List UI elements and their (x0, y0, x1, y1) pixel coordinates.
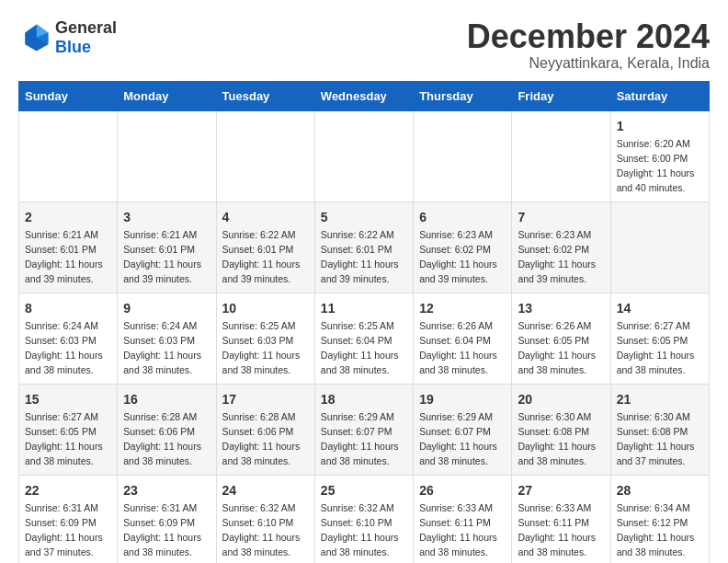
logo-icon (18, 21, 51, 54)
day-number: 13 (518, 299, 604, 317)
daylight-info: Daylight: 11 hours and 39 minutes. (123, 259, 201, 284)
header-row: SundayMondayTuesdayWednesdayThursdayFrid… (19, 81, 710, 110)
daylight-info: Daylight: 11 hours and 37 minutes. (25, 532, 103, 557)
month-title: December 2024 (467, 18, 710, 55)
calendar-cell: 2 Sunrise: 6:21 AM Sunset: 6:01 PM Dayli… (19, 201, 118, 293)
daylight-info: Daylight: 11 hours and 39 minutes. (518, 259, 596, 284)
day-number: 7 (518, 208, 604, 226)
calendar-body: 1 Sunrise: 6:20 AM Sunset: 6:00 PM Dayli… (19, 110, 710, 563)
logo: General Blue (18, 18, 117, 57)
sunrise-info: Sunrise: 6:27 AM (617, 320, 690, 331)
sunset-info: Sunset: 6:12 PM (617, 517, 688, 528)
sunset-info: Sunset: 6:08 PM (617, 426, 688, 437)
calendar-week-row: 8 Sunrise: 6:24 AM Sunset: 6:03 PM Dayli… (19, 293, 710, 384)
sunrise-info: Sunrise: 6:32 AM (321, 502, 394, 513)
day-number: 9 (123, 299, 210, 317)
day-number: 8 (25, 299, 111, 317)
calendar-week-row: 1 Sunrise: 6:20 AM Sunset: 6:00 PM Dayli… (19, 110, 710, 201)
daylight-info: Daylight: 11 hours and 38 minutes. (518, 532, 596, 557)
calendar-cell (19, 110, 118, 201)
header-day-tuesday: Tuesday (216, 81, 314, 110)
calendar-cell: 3 Sunrise: 6:21 AM Sunset: 6:01 PM Dayli… (118, 201, 216, 293)
page-header: General Blue December 2024 Neyyattinkara… (18, 18, 710, 72)
daylight-info: Daylight: 11 hours and 38 minutes. (25, 350, 103, 375)
daylight-info: Daylight: 11 hours and 38 minutes. (419, 350, 497, 375)
calendar-cell: 10 Sunrise: 6:25 AM Sunset: 6:03 PM Dayl… (216, 293, 314, 384)
calendar-cell: 11 Sunrise: 6:25 AM Sunset: 6:04 PM Dayl… (314, 293, 413, 384)
day-number: 19 (419, 390, 506, 408)
sunset-info: Sunset: 6:03 PM (222, 335, 294, 346)
calendar-cell: 24 Sunrise: 6:32 AM Sunset: 6:10 PM Dayl… (216, 475, 314, 563)
day-number: 26 (419, 481, 506, 500)
title-block: December 2024 Neyyattinkara, Kerala, Ind… (467, 18, 710, 72)
daylight-info: Daylight: 11 hours and 38 minutes. (123, 350, 201, 375)
sunset-info: Sunset: 6:06 PM (222, 426, 294, 437)
sunset-info: Sunset: 6:02 PM (518, 244, 589, 255)
day-number: 16 (123, 390, 210, 408)
sunset-info: Sunset: 6:01 PM (222, 244, 294, 255)
day-number: 2 (25, 208, 111, 226)
daylight-info: Daylight: 11 hours and 39 minutes. (25, 259, 103, 284)
calendar-cell: 22 Sunrise: 6:31 AM Sunset: 6:09 PM Dayl… (19, 475, 118, 563)
daylight-info: Daylight: 11 hours and 40 minutes. (617, 167, 695, 193)
calendar-table: SundayMondayTuesdayWednesdayThursdayFrid… (18, 81, 710, 563)
sunset-info: Sunset: 6:07 PM (419, 426, 491, 437)
calendar-cell: 8 Sunrise: 6:24 AM Sunset: 6:03 PM Dayli… (19, 293, 118, 384)
calendar-week-row: 15 Sunrise: 6:27 AM Sunset: 6:05 PM Dayl… (19, 384, 710, 475)
sunset-info: Sunset: 6:05 PM (518, 335, 589, 346)
header-day-friday: Friday (512, 81, 610, 110)
daylight-info: Daylight: 11 hours and 39 minutes. (222, 259, 301, 284)
sunrise-info: Sunrise: 6:31 AM (25, 502, 98, 513)
daylight-info: Daylight: 11 hours and 38 minutes. (518, 350, 596, 375)
calendar-cell: 15 Sunrise: 6:27 AM Sunset: 6:05 PM Dayl… (19, 384, 118, 475)
day-number: 21 (617, 390, 703, 408)
daylight-info: Daylight: 11 hours and 38 minutes. (617, 532, 695, 557)
daylight-info: Daylight: 11 hours and 38 minutes. (25, 441, 103, 466)
daylight-info: Daylight: 11 hours and 38 minutes. (222, 532, 301, 557)
daylight-info: Daylight: 11 hours and 38 minutes. (321, 441, 399, 466)
daylight-info: Daylight: 11 hours and 38 minutes. (222, 350, 301, 375)
daylight-info: Daylight: 11 hours and 38 minutes. (123, 441, 201, 466)
calendar-cell: 6 Sunrise: 6:23 AM Sunset: 6:02 PM Dayli… (414, 201, 512, 293)
day-number: 23 (123, 481, 210, 500)
sunrise-info: Sunrise: 6:22 AM (222, 229, 296, 240)
calendar-cell: 21 Sunrise: 6:30 AM Sunset: 6:08 PM Dayl… (610, 384, 709, 475)
sunrise-info: Sunrise: 6:34 AM (617, 502, 690, 513)
sunset-info: Sunset: 6:00 PM (617, 153, 688, 164)
day-number: 14 (617, 299, 703, 317)
logo-text: General Blue (55, 18, 117, 57)
sunset-info: Sunset: 6:06 PM (123, 426, 195, 437)
day-number: 10 (222, 299, 309, 317)
sunrise-info: Sunrise: 6:25 AM (321, 320, 394, 331)
day-number: 4 (222, 208, 309, 226)
calendar-cell: 19 Sunrise: 6:29 AM Sunset: 6:07 PM Dayl… (414, 384, 512, 475)
header-day-saturday: Saturday (610, 81, 709, 110)
sunrise-info: Sunrise: 6:33 AM (518, 502, 591, 513)
calendar-cell: 26 Sunrise: 6:33 AM Sunset: 6:11 PM Dayl… (414, 475, 512, 563)
sunset-info: Sunset: 6:04 PM (419, 335, 491, 346)
sunset-info: Sunset: 6:03 PM (25, 335, 97, 346)
sunrise-info: Sunrise: 6:26 AM (518, 320, 591, 331)
sunrise-info: Sunrise: 6:21 AM (123, 229, 197, 240)
daylight-info: Daylight: 11 hours and 38 minutes. (321, 532, 399, 557)
calendar-cell (512, 110, 610, 201)
day-number: 1 (617, 117, 703, 135)
sunrise-info: Sunrise: 6:20 AM (617, 138, 690, 149)
day-number: 15 (25, 390, 111, 408)
day-number: 11 (321, 299, 407, 317)
day-number: 12 (419, 299, 506, 317)
calendar-cell (610, 201, 709, 293)
day-number: 25 (321, 481, 407, 500)
calendar-cell: 28 Sunrise: 6:34 AM Sunset: 6:12 PM Dayl… (610, 475, 709, 563)
calendar-cell: 16 Sunrise: 6:28 AM Sunset: 6:06 PM Dayl… (118, 384, 216, 475)
sunrise-info: Sunrise: 6:29 AM (321, 411, 394, 422)
sunset-info: Sunset: 6:11 PM (419, 517, 491, 528)
sunset-info: Sunset: 6:10 PM (222, 517, 294, 528)
sunset-info: Sunset: 6:01 PM (123, 244, 195, 255)
calendar-cell: 18 Sunrise: 6:29 AM Sunset: 6:07 PM Dayl… (314, 384, 413, 475)
calendar-cell (216, 110, 314, 201)
day-number: 5 (321, 208, 407, 226)
calendar-cell: 13 Sunrise: 6:26 AM Sunset: 6:05 PM Dayl… (512, 293, 610, 384)
calendar-cell: 27 Sunrise: 6:33 AM Sunset: 6:11 PM Dayl… (512, 475, 610, 563)
header-day-sunday: Sunday (19, 81, 118, 110)
